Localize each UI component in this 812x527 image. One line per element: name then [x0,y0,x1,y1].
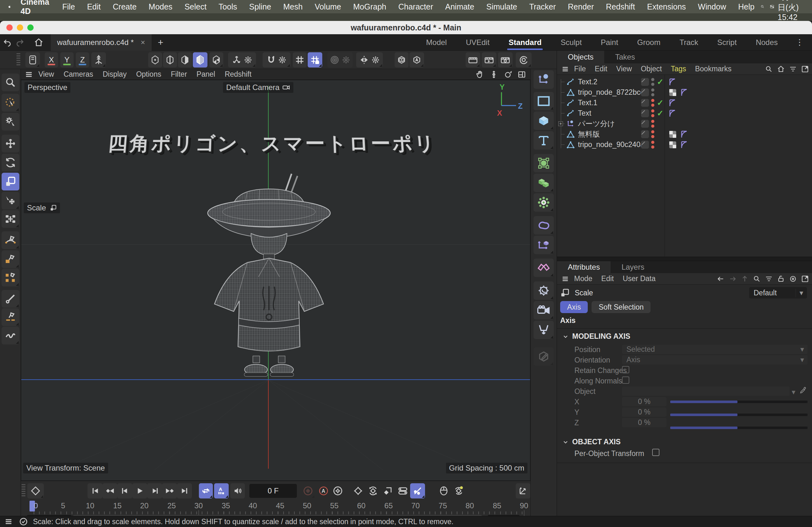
apple-icon[interactable] [8,2,11,11]
enable-check[interactable]: ✓ [657,109,664,118]
x-scale-field[interactable]: 0 % [622,397,666,406]
objects-hamburger-icon[interactable] [561,65,570,73]
play-mode-button[interactable]: A [214,483,229,498]
null-object-button[interactable] [534,70,554,89]
history-back-icon[interactable] [717,275,724,283]
keyframe-settings-button[interactable] [331,483,345,498]
auto-mode-button[interactable] [409,52,424,67]
previous-key-button[interactable] [102,483,117,498]
phong-tag-icon[interactable] [680,141,688,149]
dolly-view-icon[interactable] [490,70,498,79]
texture-tag-icon[interactable] [669,88,677,97]
texture-tag-icon[interactable] [669,141,677,149]
menu-redshift[interactable]: Redshift [600,2,641,11]
stage-object-button[interactable] [534,321,554,339]
line-cut-tool[interactable] [2,308,19,326]
along-normals-checkbox[interactable] [622,376,629,384]
objects-popout-icon[interactable] [801,65,809,73]
object-axis-section-header[interactable]: OBJECT AXIS [563,438,621,446]
layer-toggle[interactable] [641,88,649,96]
symmetry-object-button[interactable] [534,259,554,277]
key-parameter-button[interactable] [395,483,410,498]
autokey-button[interactable]: A [317,483,331,498]
modeling-tools[interactable] [2,269,19,286]
attributes-menu-edit[interactable]: Edit [597,274,619,283]
spline-primitive-button[interactable] [534,92,554,110]
edit-mode-button[interactable] [534,347,554,366]
visibility-dots[interactable] [651,78,654,86]
spotlight-search-icon[interactable] [760,2,765,11]
menu-spline[interactable]: Spline [243,2,277,11]
rotate-tool[interactable] [2,154,19,171]
sketch-tool[interactable] [2,327,19,345]
objects-menu-bookmarks[interactable]: Bookmarks [691,65,736,73]
menu-window[interactable]: Window [692,2,732,11]
render-settings-button[interactable] [498,52,512,67]
layer-toggle[interactable] [641,99,649,107]
sound-button[interactable] [230,483,245,498]
ramen-robot-model[interactable] [204,173,334,391]
orientation-dropdown[interactable]: Axis ▾ [622,355,808,364]
polygons-mode-button[interactable] [178,52,192,67]
y-scale-slider[interactable] [670,413,808,416]
layer-toggle[interactable] [641,78,649,86]
visibility-dots[interactable] [651,109,654,117]
tweak-tool[interactable] [2,113,19,131]
vp-menu-options[interactable]: Options [131,70,166,79]
next-frame-button[interactable] [147,483,162,498]
visibility-dots[interactable] [651,120,654,128]
timeline-ruler[interactable]: 0 5 10 15 20 25 30 35 40 45 50 55 [21,501,530,514]
attributes-menu-userdata[interactable]: User Data [618,274,660,283]
menu-file[interactable]: File [56,2,81,11]
falloff-settings-button[interactable] [327,52,353,67]
menu-help[interactable]: Help [732,2,760,11]
attributes-filter-icon[interactable] [765,275,773,283]
tab-objects[interactable]: Objects [557,51,604,63]
phong-tag-icon[interactable] [680,130,688,138]
object-row-text2[interactable]: Text.2 ✓ [557,77,812,87]
deformer-button[interactable] [534,216,554,235]
home-icon[interactable] [34,38,44,47]
control-center-icon[interactable] [770,2,774,11]
generator-settings-button[interactable] [534,193,554,212]
points-mode-button[interactable] [148,52,162,67]
x-scale-slider[interactable] [670,401,808,403]
y-scale-field[interactable]: 0 % [622,408,666,417]
snap-settings-button[interactable] [263,52,291,67]
attributes-menu-mode[interactable]: Mode [570,274,597,283]
attributes-hamburger-icon[interactable] [561,275,570,282]
symmetry-settings-button[interactable] [356,52,383,67]
menubar-clock[interactable]: 2月10日(火) 15:42 [774,0,812,22]
eyedropper-icon[interactable] [799,387,807,394]
uv-mode-button[interactable] [209,52,223,67]
render-view-button[interactable] [466,52,480,67]
phong-tag-icon[interactable] [669,109,676,118]
layer-toggle[interactable] [641,120,649,128]
model-mode-button[interactable] [193,52,207,67]
vp-menu-view[interactable]: View [34,70,59,79]
layout-tab-standard[interactable]: Standard [499,34,551,51]
undo-icon[interactable] [2,38,13,47]
redshift-button[interactable] [516,52,532,67]
spline-pen-tool[interactable] [2,231,19,249]
z-scale-field[interactable]: 0 % [622,418,666,427]
camera-icon[interactable] [282,84,290,91]
objects-menu-view[interactable]: View [612,65,636,73]
light-object-button[interactable] [534,282,554,300]
key-position-button[interactable] [350,483,365,498]
menubar-app-name[interactable]: Cinema 4D [14,0,56,16]
viewport-solo-button[interactable] [395,52,408,67]
objects-search-icon[interactable] [765,65,773,73]
menu-select[interactable]: Select [178,2,213,11]
history-forward-icon[interactable] [729,275,737,283]
visibility-dots[interactable] [651,141,654,149]
layout-tab-paint[interactable]: Paint [591,34,628,51]
commander-search-button[interactable] [2,74,19,91]
phong-tag-icon[interactable] [669,78,676,86]
x-axis-lock-button[interactable]: X [45,52,58,67]
expand-icon[interactable]: + [558,121,563,126]
layout-tab-groom[interactable]: Groom [628,34,670,51]
redo-icon[interactable] [15,38,25,47]
keyframe-presets-button[interactable] [452,483,466,498]
visibility-dots[interactable] [651,130,654,138]
